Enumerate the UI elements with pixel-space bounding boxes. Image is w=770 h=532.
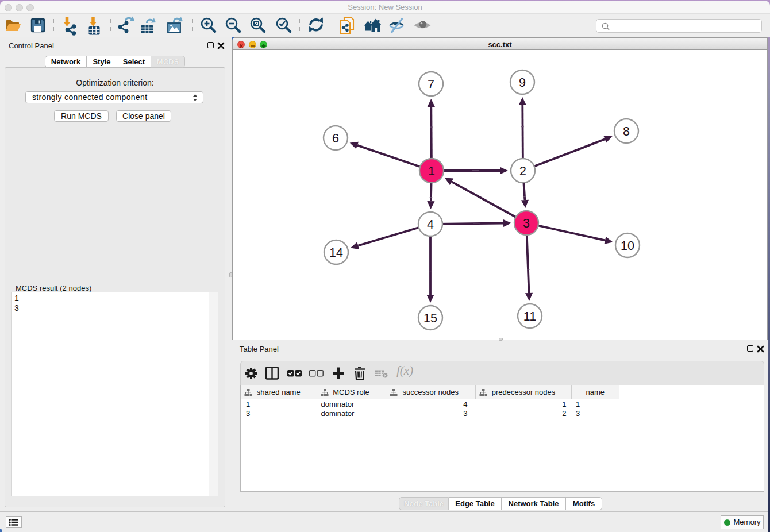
svg-text:3: 3 [523,217,530,230]
svg-text:6: 6 [332,132,339,145]
svg-text:7: 7 [428,78,434,91]
svg-text:14: 14 [329,246,343,260]
svg-text:2: 2 [519,164,526,178]
svg-text:8: 8 [623,125,630,138]
svg-text:1: 1 [428,164,435,178]
svg-text:10: 10 [621,239,634,253]
svg-text:4: 4 [427,218,434,232]
svg-text:9: 9 [519,76,526,90]
svg-text:15: 15 [424,311,437,325]
svg-text:11: 11 [523,310,536,323]
